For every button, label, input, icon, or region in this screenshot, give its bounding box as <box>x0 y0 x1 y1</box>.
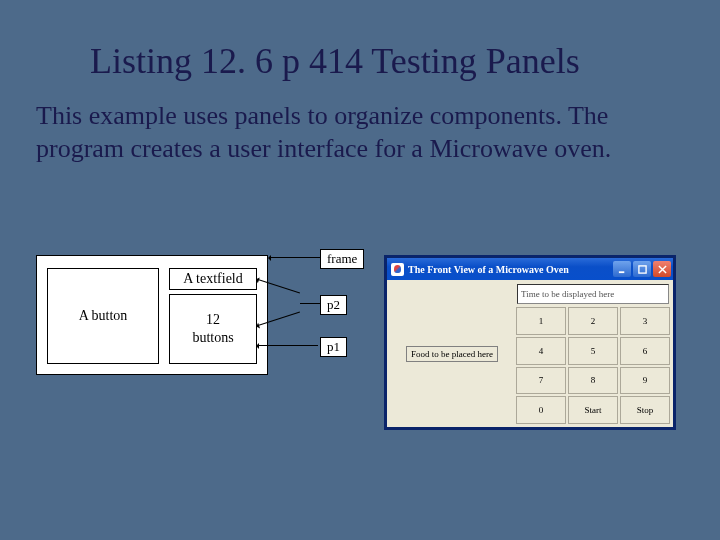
slide-body: This example uses panels to organize com… <box>36 100 680 165</box>
key-7[interactable]: 7 <box>516 367 566 395</box>
schematic-textfield-box: A textfield <box>169 268 257 290</box>
maximize-button[interactable] <box>633 261 651 277</box>
key-4[interactable]: 4 <box>516 337 566 365</box>
callout-p1: p1 <box>320 337 347 357</box>
slide-title: Listing 12. 6 p 414 Testing Panels <box>90 40 720 82</box>
schematic-frame: A button A textfield 12buttons <box>36 255 268 375</box>
callout-frame: frame <box>320 249 364 269</box>
key-8[interactable]: 8 <box>568 367 618 395</box>
java-icon <box>391 263 404 276</box>
keypad: 1 2 3 4 5 6 7 8 9 0 Start Stop <box>515 306 671 425</box>
microwave-window: The Front View of a Microwave Oven Food … <box>384 255 676 430</box>
key-stop[interactable]: Stop <box>620 396 670 424</box>
close-button[interactable] <box>653 261 671 277</box>
minimize-button[interactable] <box>613 261 631 277</box>
key-5[interactable]: 5 <box>568 337 618 365</box>
window-title: The Front View of a Microwave Oven <box>408 264 613 275</box>
key-9[interactable]: 9 <box>620 367 670 395</box>
figure-area: A button A textfield 12buttons frame p2 … <box>36 255 690 435</box>
food-button[interactable]: Food to be placed here <box>406 346 498 362</box>
schematic-button-box: A button <box>47 268 159 364</box>
key-3[interactable]: 3 <box>620 307 670 335</box>
time-field[interactable]: Time to be displayed here <box>517 284 669 304</box>
svg-rect-1 <box>638 265 645 272</box>
key-1[interactable]: 1 <box>516 307 566 335</box>
title-bar: The Front View of a Microwave Oven <box>387 258 673 280</box>
control-panel: Time to be displayed here 1 2 3 4 5 6 7 … <box>515 282 671 425</box>
callout-p2: p2 <box>320 295 347 315</box>
food-panel: Food to be placed here <box>389 282 515 425</box>
key-6[interactable]: 6 <box>620 337 670 365</box>
key-start[interactable]: Start <box>568 396 618 424</box>
key-0[interactable]: 0 <box>516 396 566 424</box>
schematic-grid-box: 12buttons <box>169 294 257 364</box>
svg-rect-0 <box>618 271 623 273</box>
key-2[interactable]: 2 <box>568 307 618 335</box>
